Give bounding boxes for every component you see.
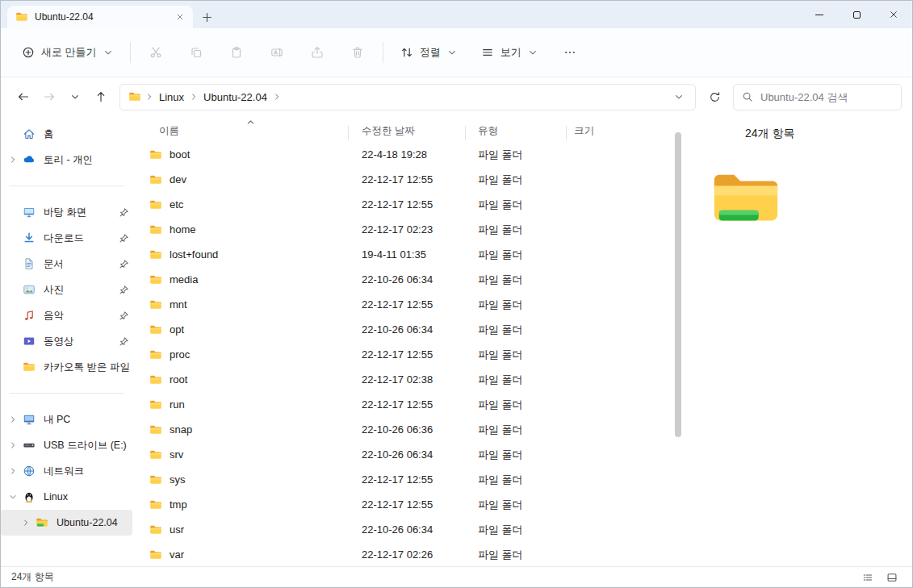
- sidebar-item-desktop[interactable]: 바탕 화면: [1, 199, 132, 225]
- file-name-cell: lost+found: [132, 248, 348, 261]
- breadcrumb-item[interactable]: Ubuntu-22.04: [199, 89, 272, 106]
- file-row[interactable]: home22-12-17 02:23파일 폴더: [132, 217, 672, 242]
- linux-icon: [22, 490, 36, 503]
- breadcrumb-item[interactable]: Linux: [154, 89, 189, 106]
- file-modified: 22-10-26 06:34: [348, 323, 465, 336]
- scrollbar-thumb[interactable]: [675, 132, 681, 437]
- chevron-right-icon[interactable]: [4, 156, 22, 164]
- file-row[interactable]: var22-12-17 02:26파일 폴더: [132, 542, 672, 566]
- file-name-cell: dev: [132, 173, 348, 186]
- file-row[interactable]: tmp22-12-17 12:55파일 폴더: [132, 492, 672, 517]
- file-row[interactable]: media22-10-26 06:34파일 폴더: [132, 267, 672, 292]
- vertical-scrollbar[interactable]: [672, 116, 684, 566]
- sort-button[interactable]: 정렬: [392, 38, 465, 67]
- new-button[interactable]: 새로 만들기: [14, 38, 121, 67]
- column-header-type[interactable]: 유형: [465, 124, 566, 138]
- sidebar-item-linux[interactable]: Linux: [1, 484, 132, 510]
- up-button[interactable]: [89, 85, 113, 109]
- file-row[interactable]: usr22-10-26 06:34파일 폴더: [132, 517, 672, 542]
- titlebar: Ubuntu-22.04: [1, 1, 912, 28]
- refresh-button[interactable]: [702, 85, 727, 109]
- toolbar-separator: [383, 42, 383, 63]
- file-name-cell: boot: [132, 148, 348, 161]
- more-icon: [563, 46, 576, 59]
- sidebar-item-label: 카카오톡 받은 파일: [44, 361, 132, 374]
- back-button[interactable]: [11, 85, 36, 109]
- file-row[interactable]: opt22-10-26 06:34파일 폴더: [132, 317, 672, 342]
- chevron-down-icon[interactable]: [4, 493, 22, 501]
- sort-button-label: 정렬: [420, 45, 441, 60]
- file-row[interactable]: sys22-12-17 12:55파일 폴더: [132, 467, 672, 492]
- ubuntu-folder-large-icon: [708, 162, 784, 238]
- folder-icon: [128, 90, 141, 103]
- sidebar-item-ubuntu-22-04[interactable]: Ubuntu-22.04: [1, 510, 132, 536]
- sidebar-item-pictures[interactable]: 사진: [1, 277, 132, 302]
- sidebar-item-label: 문서: [44, 257, 115, 271]
- chevron-right-icon[interactable]: [4, 415, 22, 423]
- file-row[interactable]: proc22-12-17 12:55파일 폴더: [132, 342, 672, 367]
- address-row: LinuxUbuntu-22.04: [1, 77, 912, 116]
- file-row[interactable]: run22-12-17 12:55파일 폴더: [132, 392, 672, 417]
- tab-close-icon[interactable]: [172, 9, 188, 25]
- new-tab-button[interactable]: [193, 6, 220, 28]
- pin-icon: [115, 233, 132, 244]
- sidebar-item-this-pc[interactable]: 내 PC: [1, 407, 132, 432]
- sidebar-item-network[interactable]: 네트워크: [1, 458, 132, 484]
- file-row[interactable]: dev22-12-17 12:55파일 폴더: [132, 167, 672, 192]
- sidebar-item-documents[interactable]: 문서: [1, 251, 132, 277]
- file-row[interactable]: etc22-12-17 12:55파일 폴더: [132, 192, 672, 217]
- more-button[interactable]: [554, 37, 586, 68]
- column-header-size[interactable]: 크기: [566, 124, 630, 138]
- file-type: 파일 폴더: [465, 148, 566, 162]
- details-view-icon: [862, 572, 873, 583]
- recent-locations-button[interactable]: [63, 85, 87, 109]
- large-icons-view-icon: [886, 572, 898, 583]
- sidebar-item-usb-drive[interactable]: USB 드라이브 (E:): [1, 432, 132, 458]
- sidebar-item-label: 홈: [44, 127, 132, 141]
- sidebar-item-music[interactable]: 음악: [1, 302, 132, 328]
- file-name-cell: tmp: [132, 498, 348, 511]
- close-button[interactable]: [875, 1, 912, 28]
- file-name: opt: [170, 323, 184, 336]
- file-row[interactable]: root22-12-17 02:38파일 폴더: [132, 367, 672, 392]
- sidebar-item-downloads[interactable]: 다운로드: [1, 225, 132, 251]
- breadcrumb-chevron-icon: [189, 93, 199, 101]
- column-header-modified[interactable]: 수정한 날짜: [348, 124, 465, 138]
- sidebar-item-kakaotalk[interactable]: 카카오톡 받은 파일: [1, 354, 132, 380]
- chevron-right-icon[interactable]: [4, 441, 22, 449]
- file-name-cell: proc: [132, 348, 348, 361]
- file-row[interactable]: srv22-10-26 06:34파일 폴더: [132, 442, 672, 467]
- sidebar-item-home[interactable]: 홈: [1, 121, 132, 147]
- pin-icon: [115, 285, 132, 295]
- file-row[interactable]: boot22-4-18 19:28파일 폴더: [132, 142, 672, 167]
- search-box[interactable]: [733, 84, 902, 111]
- file-row[interactable]: snap22-10-26 06:36파일 폴더: [132, 417, 672, 442]
- file-type: 파일 폴더: [465, 548, 566, 562]
- search-input[interactable]: [760, 91, 893, 103]
- paste-icon: [230, 46, 243, 59]
- folder-icon: [149, 148, 162, 161]
- view-button[interactable]: 보기: [473, 38, 546, 67]
- chevron-right-icon[interactable]: [4, 467, 22, 475]
- sidebar-item-label: Linux: [44, 491, 132, 503]
- folder-icon: [149, 348, 162, 361]
- address-bar[interactable]: LinuxUbuntu-22.04: [119, 84, 696, 111]
- minimize-button[interactable]: [801, 1, 838, 28]
- file-row[interactable]: mnt22-12-17 12:55파일 폴더: [132, 292, 672, 317]
- sidebar-item-onedrive[interactable]: 토리 - 개인: [1, 147, 132, 173]
- chevron-right-icon[interactable]: [17, 519, 35, 527]
- sidebar-item-videos[interactable]: 동영상: [1, 328, 132, 354]
- minimize-icon: [815, 15, 823, 15]
- file-modified: 19-4-11 01:35: [348, 248, 465, 261]
- address-dropdown-icon[interactable]: [669, 92, 689, 102]
- file-name: usr: [170, 523, 184, 536]
- folder-icon: [149, 198, 162, 211]
- details-view-button[interactable]: [858, 569, 877, 586]
- maximize-button[interactable]: [838, 1, 875, 28]
- pin-icon: [115, 207, 132, 218]
- large-icons-view-button[interactable]: [882, 569, 902, 586]
- column-header-name[interactable]: 이름: [132, 124, 348, 138]
- file-row[interactable]: lost+found19-4-11 01:35파일 폴더: [132, 242, 672, 267]
- tab-ubuntu-22-04[interactable]: Ubuntu-22.04: [7, 6, 193, 28]
- file-modified: 22-10-26 06:34: [348, 273, 465, 286]
